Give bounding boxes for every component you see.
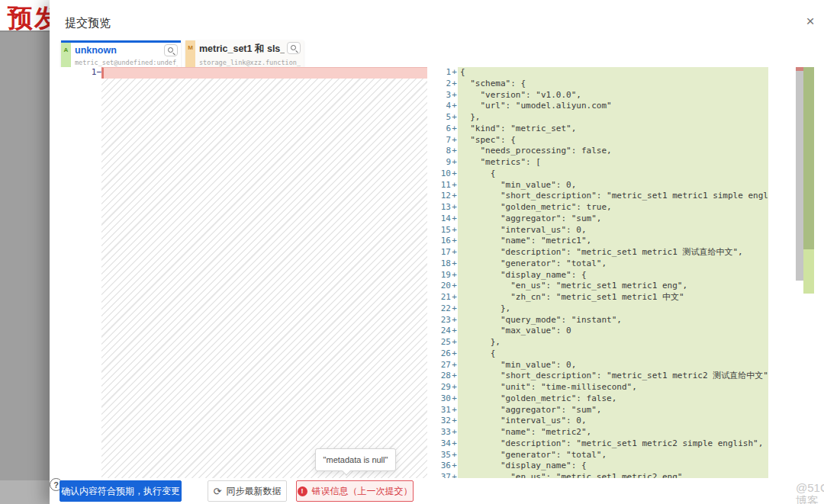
code-line: 6+ "kind": "metric_set", [430,124,768,135]
search-icon [291,45,296,50]
tab-resource-id: storage_link@xzz.function__ [199,59,301,66]
site-watermark: @51CTO博客 [796,481,824,504]
right-diff-lines: 1+{2+ "schema": {3+ "version": "v1.0.0",… [430,67,768,478]
code-line: 3+ "version": "v1.0.0", [430,90,768,101]
tab-resource-id: metric_set@undefined:undef_ [75,59,178,66]
code-line: 25+ }, [430,337,768,348]
code-line: 12+ "short_description": "metric_set1 me… [430,191,768,202]
overview-ruler-added-marks [803,67,814,249]
confirm-execute-button[interactable]: 确认内容符合预期，执行变更 [60,480,182,502]
environment-label: 预发 [8,2,50,32]
code-line: 34+ "description": "metric_set1 metric2 … [430,438,768,450]
code-line: 27+ "min_value": 0, [430,360,768,371]
code-line: 36+ "display_name": { [430,461,768,472]
code-line: 7+ "spec": { [430,135,768,146]
code-line: 19+ "display_name": { [430,270,768,281]
code-line: 33+ "name": "metric2", [430,427,768,438]
code-line: 24+ "max_value": 0 [430,326,768,337]
code-line: 35+ "generator": "total", [430,450,768,461]
code-line: 22+ }, [430,303,768,315]
modal-footer: 确认内容符合预期，执行变更 ? ⟳ 同步最新数据 ! 错误信息（上一次提交） [50,478,824,504]
code-line: 29+ "unit": "time-millisecond", [430,382,768,393]
code-line: 16+ "name": "metric1", [430,236,768,247]
code-line: 20+ "en_us": "metric_set1 metric1 eng", [430,281,768,292]
tab-zoom-button[interactable] [164,44,178,56]
page-backdrop-overlay [0,0,50,504]
background-page-header: 预发 [0,0,50,32]
diff-pane-original: 1− [60,67,427,478]
code-line: 32+ "interval_us": 0, [430,416,768,427]
tab-zoom-button[interactable] [287,42,301,54]
code-line: 18+ "generator": "total", [430,258,768,270]
validation-tooltip: "metadata is null" [315,448,396,471]
code-line: 14+ "aggregator": "sum", [430,213,768,225]
code-line: 8+ "needs_processing": false, [430,146,768,157]
code-line: 10+ { [430,169,768,180]
tab-title: unknown [75,45,160,56]
empty-region-hatch [101,79,427,478]
diff-pane-new: 1+{2+ "schema": {3+ "version": "v1.0.0",… [430,67,768,478]
code-line: 15+ "interval_us": 0, [430,225,768,236]
code-line: 2+ "schema": { [430,79,768,90]
error-button-label: 错误信息（上一次提交） [312,485,413,498]
code-line: 13+ "golden_metric": true, [430,202,768,213]
code-line: 11+ "min_value": 0, [430,180,768,191]
submit-preview-modal: 提交预览 × A unknown metric_set@undefined:un… [50,0,824,504]
search-icon [168,47,173,53]
line-number-gutter: 1− [60,67,101,478]
code-line: 26+ { [430,348,768,360]
tab-metric-set1[interactable]: M metric_set1 和 sls_logst... storage_lin… [185,40,304,68]
overview-ruler-added-marks-tail [803,249,814,294]
sync-latest-data-button[interactable]: ⟳ 同步最新数据 [208,480,287,502]
code-line: 4+ "url": "umodel.aliyun.com" [430,101,768,112]
tab-unknown[interactable]: A unknown metric_set@undefined:undef_ [61,40,181,68]
code-line: 31+ "aggregator": "sum", [430,405,768,416]
code-line: 5+ }, [430,112,768,124]
diff-original-content [101,67,427,478]
code-line: 9+ "metrics": [ [430,157,768,169]
tab-change-type-badge-modified: M [185,40,195,68]
close-icon[interactable]: × [801,12,819,30]
tab-title: metric_set1 和 sls_logst... [199,43,285,56]
code-line: 17+ "description": "metric_set1 metric1 … [430,247,768,258]
modal-title: 提交预览 [65,16,111,30]
sync-button-label: 同步最新数据 [226,485,281,498]
tab-change-type-badge-added: A [61,43,71,68]
background-page-footer [0,480,50,504]
code-line: 21+ "zh_cn": "metric_set1 metric1 中文" [430,292,768,303]
code-line: 37+ "en_us": "metric_set1 metric2 eng" [430,472,768,478]
exclamation-icon: ! [298,486,307,496]
scrollbar-thumb[interactable] [796,71,803,281]
tooltip-text: "metadata is null" [323,455,388,464]
deleted-line-highlight [101,67,427,79]
refresh-icon: ⟳ [214,486,222,497]
error-info-button[interactable]: ! 错误信息（上一次提交） [296,480,414,502]
code-line: 30+ "golden_metric": false, [430,393,768,405]
code-line: 23+ "query_mode": "instant", [430,315,768,326]
code-line: 28+ "short_description": "metric_set1 me… [430,371,768,382]
code-line: 1+{ [430,67,768,79]
